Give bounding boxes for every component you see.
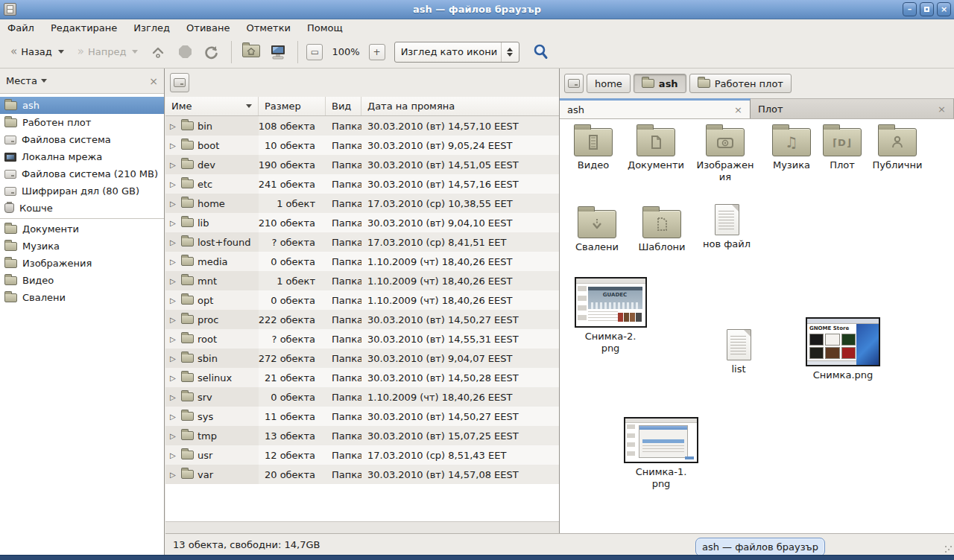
table-row[interactable]: ▷etc 241 обектаПапка30.03.2010 (вт) 14,5… [165,174,559,194]
sidebar-item-music[interactable]: Музика [0,238,164,255]
expander-icon[interactable]: ▷ [170,354,177,363]
sidebar-item-encrypted-80gb[interactable]: Шифриран дял (80 GB) [0,182,164,200]
expander-icon[interactable]: ▷ [170,161,177,169]
root-path-button[interactable] [170,73,189,92]
tab-close-icon[interactable]: × [938,104,946,115]
menu-go[interactable]: Отиване [186,22,230,34]
table-row[interactable]: ▷lib 210 обектаПапка30.03.2010 (вт) 9,04… [165,213,559,232]
view-mode-spinner[interactable] [501,42,519,62]
icon-list-file[interactable]: list [711,326,766,375]
expander-icon[interactable]: ▷ [170,374,177,382]
icon-documents-folder[interactable]: Документи [624,122,688,171]
icon-music-folder[interactable]: ♫ Музика [762,122,821,171]
table-row[interactable]: ▷boot 10 обектаПапка30.03.2010 (вт) 9,05… [165,136,559,155]
expander-icon[interactable]: ▷ [170,296,177,305]
menu-edit[interactable]: Редактиране [51,22,117,34]
resize-grip[interactable] [944,545,952,553]
column-header-modified[interactable]: Дата на промяна [361,97,559,115]
path-button-desktop[interactable]: Работен плот [689,74,792,93]
icon-pictures-folder[interactable]: Изображения [691,122,759,184]
table-row[interactable]: ▷mnt 1 обектПапка1.10.2009 (чт) 18,40,26… [165,271,559,290]
sidebar-item-filesystem-210mb[interactable]: Файлова система (210 MB) [0,165,164,182]
horizontal-scrollbar[interactable] [165,521,559,533]
menu-file[interactable]: Файл [7,22,34,34]
icon-videos-folder[interactable]: Видео [564,122,622,171]
table-row[interactable]: ▷srv 0 обектаПапка1.10.2009 (чт) 18,40,2… [165,387,559,407]
icon-new-file[interactable]: нов файл [695,201,758,250]
path-button-home[interactable]: home [587,74,631,93]
expander-icon[interactable]: ▷ [170,393,177,401]
back-history-caret-icon[interactable] [58,50,64,54]
expander-icon[interactable]: ▷ [170,180,177,188]
computer-button[interactable] [267,41,289,63]
sidebar-item-desktop[interactable]: Работен плот [0,114,164,131]
table-row[interactable]: ▷media 0 обектаПапка1.10.2009 (чт) 18,40… [165,252,559,271]
maximize-button[interactable] [920,2,934,16]
expander-icon[interactable]: ▷ [170,413,177,421]
table-row[interactable]: ▷usr 12 обектаПапка17.03.2010 (ср) 8,51,… [165,445,559,465]
expander-icon[interactable]: ▷ [170,141,177,150]
sidebar-item-network[interactable]: Локална мрежа [0,148,164,165]
expander-icon[interactable]: ▷ [170,451,177,459]
path-button-ash[interactable]: ash [634,74,686,93]
expander-icon[interactable]: ▷ [170,432,177,440]
sidebar-item-documents[interactable]: Документи [0,220,164,238]
table-row[interactable]: ▷var 20 обектаПапка30.03.2010 (вт) 14,57… [165,465,559,484]
sidebar-item-home[interactable]: ash [0,97,164,114]
sidebar-item-trash[interactable]: Кошче [0,200,164,217]
table-row[interactable]: ▷proc 222 обектаПапка30.03.2010 (вт) 14,… [165,310,559,329]
up-button[interactable] [147,41,169,63]
expander-icon[interactable]: ▷ [170,335,177,343]
sidebar-item-pictures[interactable]: Изображения [0,255,164,272]
column-header-name[interactable]: Име [165,97,259,115]
menu-view[interactable]: Изглед [133,22,170,34]
home-button[interactable] [240,41,262,63]
expander-icon[interactable]: ▷ [170,258,177,266]
column-header-size[interactable]: Размер [259,97,326,115]
table-row[interactable]: ▷sbin 272 обектаПапка30.03.2010 (вт) 9,0… [165,349,559,368]
column-header-kind[interactable]: Вид [326,97,361,115]
icon-snimka-2-png[interactable]: GUADEC Снимка-2.png [573,277,648,355]
table-row[interactable]: ▷bin 108 обектаПапка30.03.2010 (вт) 14,5… [165,116,559,136]
view-mode-select[interactable]: Изглед като икони [394,42,519,63]
icon-desktop-folder[interactable]: ⌈D⌋ Плот [821,122,864,171]
table-row[interactable]: ▷sys 11 обектаПапка30.03.2010 (вт) 14,50… [165,407,559,426]
icon-downloads-folder[interactable]: Свалени [567,204,627,253]
table-row[interactable]: ▷root ? обектаПапка30.03.2010 (вт) 14,55… [165,329,559,349]
icon-public-folder[interactable]: Публични [865,122,929,171]
reload-button[interactable] [200,41,223,63]
table-row[interactable]: ▷tmp 13 обектаПапка30.03.2010 (вт) 15,07… [165,426,559,445]
icon-templates-folder[interactable]: Шаблони [631,204,692,253]
expander-icon[interactable]: ▷ [170,238,177,246]
expander-icon[interactable]: ▷ [170,219,177,227]
zoom-out-button[interactable]: ▭ [306,44,323,60]
forward-button[interactable]: » Напред [73,43,143,60]
expander-icon[interactable]: ▷ [170,471,177,479]
icon-snimka-png[interactable]: GNOME Store Снимка.png [798,317,888,381]
close-button[interactable]: × [937,2,951,16]
table-row[interactable]: ▷dev 190 обектаПапка30.03.2010 (вт) 14,5… [165,155,559,174]
tab-desktop[interactable]: Плот × [751,98,954,118]
table-row[interactable]: ▷home 1 обектПапка17.03.2010 (ср) 10,38,… [165,194,559,213]
icon-snimka-1-png[interactable]: Снимка-1.png [622,417,700,491]
expander-icon[interactable]: ▷ [170,277,177,285]
taskbar-window-button[interactable]: ash — файлов браузър [695,538,825,556]
menu-help[interactable]: Помощ [307,22,343,34]
sidebar-title[interactable]: Места [6,75,37,86]
sidebar-close-icon[interactable]: × [149,75,158,87]
minimize-button[interactable]: – [903,2,917,16]
root-path-button[interactable] [564,74,584,93]
sidebar-item-downloads[interactable]: Свалени [0,289,164,306]
tab-close-icon[interactable]: × [734,104,742,115]
tab-ash[interactable]: ash × [560,98,751,118]
search-button[interactable] [530,41,552,63]
back-button[interactable]: « Назад [6,43,69,60]
stop-button[interactable] [174,41,196,63]
zoom-in-button[interactable]: + [369,44,385,60]
menu-bookmarks[interactable]: Отметки [246,22,290,34]
table-row[interactable]: ▷lost+found ? обектаПапка17.03.2010 (ср)… [165,232,559,252]
table-row[interactable]: ▷opt 0 обектаПапка1.10.2009 (чт) 18,40,2… [165,290,559,310]
table-row[interactable]: ▷selinux 21 обектаПапка30.03.2010 (вт) 1… [165,368,559,387]
expander-icon[interactable]: ▷ [170,200,177,208]
sidebar-item-videos[interactable]: Видео [0,272,164,289]
